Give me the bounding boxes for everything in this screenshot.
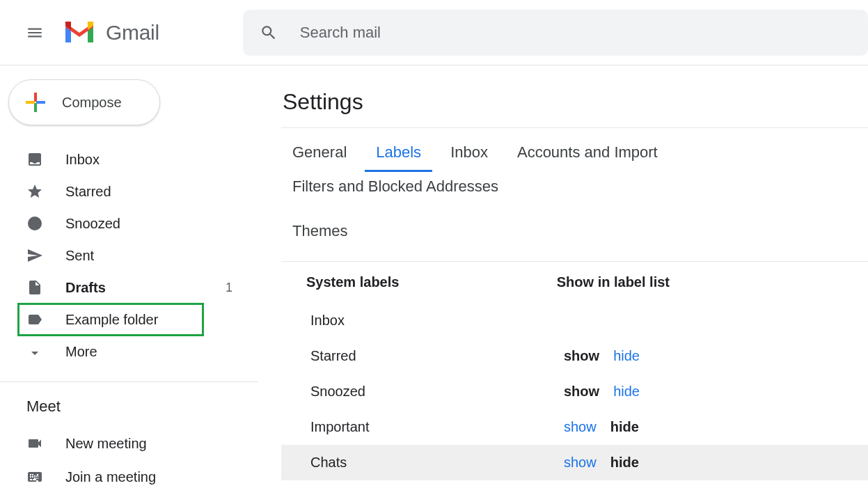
label-name: Inbox xyxy=(310,313,564,329)
hide-link[interactable]: hide xyxy=(613,348,640,364)
page-title: Settings xyxy=(283,89,868,115)
show-link[interactable]: show xyxy=(564,384,599,400)
sidebar-item-drafts[interactable]: Drafts 1 xyxy=(0,271,258,304)
inbox-icon xyxy=(26,151,46,168)
col-header-show-in-list: Show in label list xyxy=(557,274,868,290)
table-row: Snoozed show hide xyxy=(281,374,868,409)
table-row: Chats show hide xyxy=(281,445,868,480)
table-row: Starred show hide xyxy=(281,338,868,374)
svg-rect-2 xyxy=(26,101,35,104)
chevron-down-icon xyxy=(26,343,46,360)
tab-filters-blocked[interactable]: Filters and Blocked Addresses xyxy=(281,172,510,204)
search-input[interactable] xyxy=(299,23,785,42)
hamburger-icon xyxy=(26,24,44,42)
system-labels-table: System labels Show in label list Inbox S… xyxy=(281,261,868,488)
label-name: Starred xyxy=(310,348,564,364)
clock-icon xyxy=(26,215,46,232)
sidebar-item-label: Drafts xyxy=(65,280,226,296)
svg-rect-0 xyxy=(34,93,37,102)
sidebar-item-label: Inbox xyxy=(65,152,258,168)
meet-item-label: New meeting xyxy=(65,436,147,452)
meet-item-label: Join a meeting xyxy=(65,469,156,485)
col-header-system-labels: System labels xyxy=(306,274,557,290)
hide-link[interactable]: hide xyxy=(610,455,639,471)
meet-section: Meet New meeting Join a meeting xyxy=(0,381,258,488)
label-name: Important xyxy=(310,419,564,435)
gmail-logo-icon xyxy=(63,20,96,45)
meet-header: Meet xyxy=(0,398,258,416)
table-row: Sent show hide xyxy=(281,480,868,488)
tab-themes[interactable]: Themes xyxy=(281,217,358,249)
show-link[interactable]: show xyxy=(564,419,597,435)
tab-labels[interactable]: Labels xyxy=(365,138,432,172)
camera-icon xyxy=(26,435,46,452)
sidebar-item-more[interactable]: More xyxy=(0,336,258,368)
compose-label: Compose xyxy=(62,95,122,111)
star-icon xyxy=(26,183,46,200)
meet-join-meeting[interactable]: Join a meeting xyxy=(0,460,258,488)
sidebar-item-label: More xyxy=(65,344,258,360)
sidebar-item-label: Sent xyxy=(65,248,258,264)
settings-tabs: General Labels Inbox Accounts and Import… xyxy=(281,127,868,204)
main-content: Settings General Labels Inbox Accounts a… xyxy=(258,65,868,488)
svg-rect-1 xyxy=(34,103,37,112)
show-link[interactable]: show xyxy=(564,348,599,364)
hide-link[interactable]: hide xyxy=(613,384,640,400)
search-icon xyxy=(260,24,278,42)
sidebar-item-example-folder[interactable]: Example folder xyxy=(18,304,203,336)
brand-text: Gmail xyxy=(106,21,159,45)
svg-rect-3 xyxy=(36,101,45,104)
compose-button[interactable]: Compose xyxy=(8,79,160,125)
sidebar-item-label: Starred xyxy=(65,184,258,200)
sidebar-item-label: Snoozed xyxy=(65,216,258,232)
main-menu-button[interactable] xyxy=(22,20,47,45)
settings-tabs-row2: Themes xyxy=(281,212,868,249)
sidebar: Compose Inbox Starred Snoozed Sent Draft… xyxy=(0,65,258,488)
hide-link[interactable]: hide xyxy=(610,419,639,435)
search-bar[interactable] xyxy=(243,10,868,56)
gmail-logo[interactable]: Gmail xyxy=(63,20,159,45)
show-link[interactable]: show xyxy=(564,455,597,471)
label-name: Chats xyxy=(310,455,564,471)
label-icon xyxy=(26,311,46,328)
drafts-count-badge: 1 xyxy=(226,281,232,295)
sidebar-item-sent[interactable]: Sent xyxy=(0,239,258,271)
meet-new-meeting[interactable]: New meeting xyxy=(0,427,258,460)
sidebar-item-snoozed[interactable]: Snoozed xyxy=(0,207,258,239)
compose-plus-icon xyxy=(23,90,48,115)
tab-accounts-import[interactable]: Accounts and Import xyxy=(506,138,669,172)
label-name: Snoozed xyxy=(310,384,564,400)
sidebar-item-inbox[interactable]: Inbox xyxy=(0,143,258,175)
app-header: Gmail xyxy=(0,0,868,65)
table-header-row: System labels Show in label list xyxy=(281,262,868,303)
keyboard-icon xyxy=(26,469,46,485)
file-icon xyxy=(26,279,46,296)
tab-inbox[interactable]: Inbox xyxy=(439,138,499,172)
table-row: Important show hide xyxy=(281,409,868,445)
tab-general[interactable]: General xyxy=(281,138,358,172)
sidebar-item-starred[interactable]: Starred xyxy=(0,175,258,207)
sidebar-item-label: Example folder xyxy=(65,312,203,328)
table-row: Inbox xyxy=(281,303,868,338)
sidebar-nav: Inbox Starred Snoozed Sent Drafts 1 E xyxy=(0,143,258,368)
send-icon xyxy=(26,247,46,264)
